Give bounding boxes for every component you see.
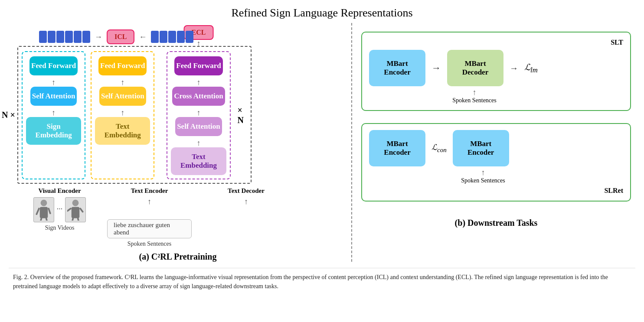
svg-rect-1 [39,207,48,218]
arrow: ↑ [121,109,124,117]
arrow-slt: → [432,62,441,74]
text-decoder-box: ECL ↑ Feed Forward ↑ Cross Attention ↑ S… [167,51,230,179]
svg-line-5 [46,218,47,221]
visual-encoder-stack: Feed Forward ↑ Self Attention ↑ Sign Emb… [26,56,81,145]
visual-ff-block: Feed Forward [29,56,78,75]
slret-row: MBartEncoder ℒcon MBartEncoder [369,130,623,166]
arrow: ↑ [196,109,200,117]
spoken-sentences-area: ↑ liebe zuschauer guten abend Spoken Sen… [107,197,192,247]
text-decoder-label: Text Decoder [204,187,288,195]
text-enc-ff-block: Feed Forward [98,56,147,75]
svg-line-10 [72,218,73,221]
text-dec-input-area: ↑ [204,197,288,207]
svg-line-8 [68,208,71,211]
cube [177,31,185,43]
cube-group-right [151,31,193,43]
spoken-slt-row: ↑ Spoken Sentences [369,88,623,104]
arrow: ↑ [196,78,200,86]
slt-section: SLT MBartEncoder → MBartDecoder → ℒlm [361,32,631,117]
arrow: ↑ [52,109,56,117]
person-icon-2 [67,199,84,221]
arrow: ↑ [196,139,200,147]
cube [56,31,64,43]
arrow-to-icl: → [95,33,102,42]
text-encoder-label: Text Encoder [107,187,192,195]
caption: Fig. 2. Overview of the proposed framewo… [9,268,635,291]
n-times-right: × N [236,51,247,179]
visual-encoder-box: Feed Forward ↑ Self Attention ↑ Sign Emb… [22,51,85,179]
main-title: Refined Sign Language Representations [9,7,635,20]
part-a-title: (a) C²RL Pretraining [13,252,343,262]
text-dec-ff-block: Feed Forward [174,56,222,75]
text-enc-embed-block: Text Embedding [95,117,150,145]
dashed-outer-box: N × Feed Forward ↑ Self Attention ↑ Sign… [17,46,252,184]
arrow-up-from-spoken: ↑ [147,197,151,206]
arrow-from-icl: ← [139,33,147,42]
cube [82,31,90,43]
arrow-up-to-tdec: ↑ [244,197,248,206]
lm-label: ℒlm [524,62,538,75]
spoken-sentences-label: Spoken Sentences [127,241,171,247]
svg-line-4 [40,218,41,221]
spoken-slret-label: Spoken Sentences [461,177,505,184]
divider [351,23,353,262]
text-enc-sa-block: Self Attention [99,87,146,106]
cube [74,31,82,43]
left-diagram: → ICL ← N × [13,29,343,262]
spoken-input-box: liebe zuschauer guten abend [107,219,192,238]
visual-encoder-label: Visual Encoder [17,187,102,195]
text-dec-embed-block: Text Embedding [171,147,226,175]
part-b-title: (b) Downstream Tasks [361,218,631,228]
mbart-encoder-slret-1: MBartEncoder [369,130,425,166]
visual-embed-block: Sign Embedding [26,117,81,145]
svg-line-3 [49,208,50,213]
text-encoder-stack: Feed Forward ↑ Self Attention ↑ Text Emb… [95,56,150,145]
cube [151,31,159,43]
right-panel: SLT MBartEncoder → MBartDecoder → ℒlm [357,23,635,262]
mbart-encoder-slret-2: MBartEncoder [453,130,509,166]
spoken-slret-row: ↑ Spoken Sentences [369,168,623,184]
arrow: ↑ [121,78,124,86]
arrow-spoken-slt: ↑ [473,88,477,97]
mbart-encoder-slt: MBartEncoder [369,50,425,86]
cube [186,31,193,43]
icl-box: ICL [107,29,134,44]
person-icon [36,199,52,221]
slret-box: MBartEncoder ℒcon MBartEncoder ↑ Spoken … [361,123,631,202]
con-label: ℒcon [432,143,447,154]
cube [160,31,167,43]
n-times-left: N × [2,110,15,120]
svg-point-6 [72,200,79,206]
cube [65,31,73,43]
text-encoder-box: Feed Forward ↑ Self Attention ↑ Text Emb… [91,51,154,179]
arrow: ↑ [52,78,56,86]
cube [48,31,56,43]
visual-sa-block: Self Attention [30,87,77,106]
slret-content: MBartEncoder ℒcon MBartEncoder ↑ Spoken … [369,130,623,184]
cube [168,31,176,43]
text-dec-sa-block: Self Attention [175,117,222,136]
slret-label: SLRet [369,187,623,195]
dots-label: ··· [57,205,63,222]
video-frame-2 [65,197,86,222]
left-panel: → ICL ← N × [9,23,347,262]
sign-videos-label: Sign Videos [17,224,102,231]
slt-content: MBartEncoder → MBartDecoder → ℒlm ↑ [369,50,623,104]
video-frame-1 [33,197,54,222]
text-decoder-stack: Feed Forward ↑ Cross Attention ↑ Self At… [171,56,226,175]
slt-label: SLT [369,39,623,46]
text-dec-ca-block: Cross Attention [172,87,225,106]
arrow-lm: → [510,63,518,73]
svg-line-9 [80,208,83,211]
cube [39,31,47,43]
slt-box: SLT MBartEncoder → MBartDecoder → ℒlm [361,32,631,111]
mbart-decoder-slt: MBartDecoder [447,50,503,86]
svg-rect-7 [72,207,80,218]
slt-row: MBartEncoder → MBartDecoder → ℒlm [369,50,623,86]
slret-section: MBartEncoder ℒcon MBartEncoder ↑ Spoken … [361,123,631,208]
sign-videos-area: ··· Sign [17,197,102,231]
cube-group-left [39,31,90,43]
spoken-slt-label: Spoken Sentences [452,97,496,104]
arrow-spoken-slret: ↑ [481,168,485,177]
svg-point-0 [40,200,47,206]
